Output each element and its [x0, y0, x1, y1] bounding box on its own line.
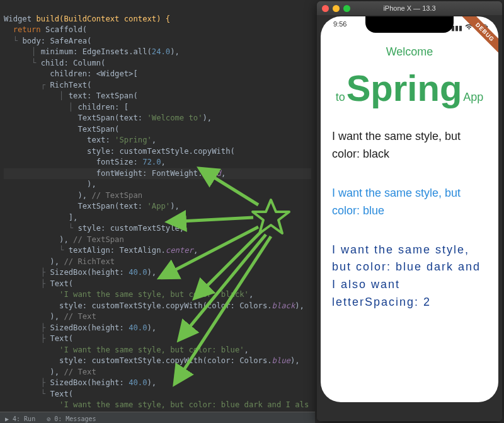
- hero-to: to: [336, 91, 345, 104]
- para-blue: I want the same style, but color: blue: [332, 185, 487, 220]
- phone-frame: DEBUG 9:56 ▮▮▮ Welcome: [318, 15, 501, 419]
- hero-app: App: [463, 91, 483, 104]
- para-black: I want the same style, but color: black: [332, 128, 487, 163]
- close-icon[interactable]: [322, 5, 329, 12]
- simulator-body: DEBUG 9:56 ▮▮▮ Welcome: [317, 15, 502, 421]
- phone-screen[interactable]: DEBUG 9:56 ▮▮▮ Welcome: [321, 16, 498, 402]
- para-bluedark: I want the same style, but color: blue d…: [332, 241, 487, 312]
- ide-bottom-bar[interactable]: ▶ 4: Run ⊘ 0: Messages: [0, 412, 315, 423]
- simulator-window: iPhone X — 13.3 DEBUG 9:56 ▮▮▮: [317, 1, 502, 421]
- app-content: Welcome to Spring App I want the same st…: [332, 45, 487, 311]
- hero-main: Spring: [346, 70, 462, 107]
- phone-notch: [365, 16, 454, 33]
- zoom-icon[interactable]: [343, 5, 350, 12]
- simulator-titlebar[interactable]: iPhone X — 13.3: [317, 1, 502, 15]
- code-editor[interactable]: Widget build(BuildContext context) { ret…: [0, 0, 315, 423]
- hero-row: to Spring App: [332, 70, 487, 107]
- minimize-icon[interactable]: [333, 5, 340, 12]
- status-time: 9:56: [333, 20, 346, 35]
- welcome-text: Welcome: [332, 45, 487, 59]
